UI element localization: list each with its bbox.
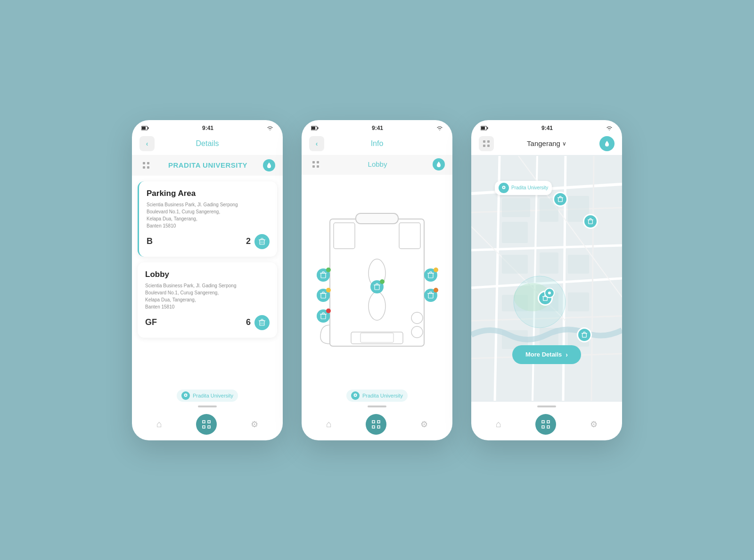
settings-icon-3[interactable]: ⚙ <box>590 419 598 430</box>
pradita-pin-2 <box>351 391 360 400</box>
map-bin-1[interactable] <box>553 192 568 207</box>
svg-rect-101 <box>502 222 528 243</box>
svg-rect-37 <box>399 223 420 249</box>
nav-bar-2: ⌂ ⚙ <box>309 411 445 435</box>
svg-rect-33 <box>317 165 319 168</box>
svg-point-116 <box>503 187 505 188</box>
grid-svg-2 <box>312 161 320 168</box>
battery-icon-1 <box>141 125 149 131</box>
status-time-3: 9:41 <box>541 125 553 131</box>
back-button-2[interactable]: ‹ <box>309 136 324 151</box>
card-footer-parking: B 2 <box>147 234 270 249</box>
card-title-parking: Parking Area <box>147 189 270 198</box>
map-area-3[interactable]: Pradita University <box>471 155 622 402</box>
scan-icon-1 <box>202 420 211 429</box>
dot-orange-r2 <box>434 288 438 292</box>
map-drop-button-3[interactable] <box>599 136 615 151</box>
location-selector-3[interactable]: Tangerang ∨ <box>527 139 566 147</box>
home-icon-2[interactable]: ⌂ <box>326 419 332 430</box>
trash-button-lobby[interactable] <box>254 315 270 330</box>
svg-rect-86 <box>487 145 490 147</box>
content-area-1[interactable]: Parking Area Scientia Business Park, Jl.… <box>132 176 283 386</box>
svg-rect-36 <box>334 223 355 249</box>
bin-left3[interactable] <box>317 309 330 323</box>
svg-rect-109 <box>568 292 589 311</box>
water-drop-1 <box>263 159 275 171</box>
fab-3[interactable] <box>535 414 556 435</box>
center-pin-dot <box>548 292 551 294</box>
battery-icon-3 <box>481 125 488 131</box>
fab-1[interactable] <box>196 414 217 435</box>
nav-bar-1: ⌂ ⚙ <box>139 411 275 435</box>
svg-rect-77 <box>377 421 380 423</box>
svg-rect-140 <box>547 426 549 428</box>
bottom-bar-3: ⌂ ⚙ <box>471 402 622 440</box>
svg-rect-5 <box>143 166 145 169</box>
status-bar-2: 9:41 <box>302 120 452 134</box>
univ-marker-label: Pradita University <box>495 181 552 195</box>
fab-2[interactable] <box>366 414 386 435</box>
svg-rect-24 <box>208 421 210 423</box>
grid-icon-2[interactable] <box>309 158 322 171</box>
svg-rect-14 <box>260 321 264 325</box>
sub-header-2: Lobby <box>302 155 452 175</box>
pradita-pin-1 <box>181 391 190 400</box>
more-details-chevron: › <box>566 351 568 358</box>
bin-right1[interactable] <box>424 268 437 282</box>
bottom-indicator-1 <box>198 406 217 407</box>
svg-rect-42 <box>351 332 403 344</box>
drop-svg-2 <box>436 161 441 168</box>
back-button-1[interactable]: ‹ <box>139 136 155 151</box>
trash-svg-r2 <box>427 292 434 299</box>
settings-icon-2[interactable]: ⚙ <box>420 419 428 430</box>
status-left-3 <box>481 125 488 131</box>
svg-rect-25 <box>203 426 205 428</box>
floor-label-parking: B <box>147 236 153 246</box>
trash-svg-l2 <box>320 292 327 299</box>
svg-point-41 <box>411 326 423 338</box>
grid-icon-1[interactable] <box>139 159 153 172</box>
more-details-text: More Details <box>525 351 562 358</box>
more-details-button[interactable]: More Details › <box>512 345 581 364</box>
home-icon-3[interactable]: ⌂ <box>496 419 501 430</box>
svg-rect-29 <box>311 127 315 130</box>
pradita-label-1: Pradita University <box>177 390 238 402</box>
header-bar-2: ‹ Info <box>302 134 452 155</box>
svg-rect-81 <box>487 127 488 129</box>
trash-button-parking[interactable] <box>254 234 270 249</box>
scan-icon-2 <box>372 420 380 429</box>
home-icon-1[interactable]: ⌂ <box>156 419 162 430</box>
svg-rect-100 <box>502 198 530 217</box>
status-time-1: 9:41 <box>202 125 213 131</box>
svg-rect-44 <box>321 273 326 278</box>
trash-svg-lobby <box>259 319 265 326</box>
status-icons-2 <box>436 125 443 131</box>
svg-rect-43 <box>361 333 393 342</box>
status-icons-1 <box>267 125 273 131</box>
svg-rect-30 <box>312 161 315 163</box>
drop-svg-3 <box>605 140 609 147</box>
settings-icon-1[interactable]: ⚙ <box>251 419 258 430</box>
map-bin-2[interactable] <box>583 214 598 229</box>
bin-center[interactable] <box>370 280 384 293</box>
svg-rect-105 <box>540 252 558 274</box>
svg-rect-139 <box>542 426 544 428</box>
bin-left2[interactable] <box>317 289 330 302</box>
svg-point-39 <box>369 292 385 320</box>
bin-left1[interactable] <box>317 268 330 282</box>
bottom-bar-1: Pradita University ⌂ ⚙ <box>132 386 283 440</box>
svg-rect-82 <box>481 127 485 130</box>
svg-rect-76 <box>372 421 375 423</box>
center-location-pin <box>544 288 555 298</box>
svg-rect-59 <box>428 273 433 278</box>
card-address-lobby: Scientia Business Park, Jl. Gading Serpo… <box>145 282 270 310</box>
grid-button-3[interactable] <box>479 136 494 151</box>
bin-right2[interactable] <box>424 289 437 302</box>
status-left-1 <box>141 125 149 131</box>
card-parking: Parking Area Scientia Business Park, Jl.… <box>138 181 277 257</box>
svg-rect-78 <box>372 426 375 428</box>
center-pin-circle <box>544 288 555 298</box>
wifi-icon-2 <box>436 125 443 131</box>
svg-rect-79 <box>377 426 380 428</box>
status-icons-3 <box>606 125 613 131</box>
